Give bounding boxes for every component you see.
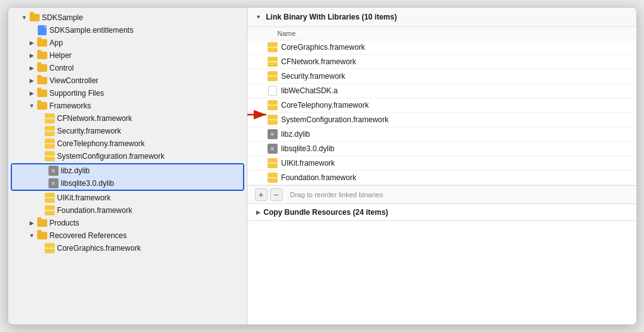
folder-icon — [37, 88, 47, 98]
dylib-icon: ≡ — [48, 166, 59, 176]
drag-hint: Drag to reorder linked binaries — [290, 191, 383, 198]
library-list: CoreGraphics.framework CFNetwork.framewo… — [247, 40, 636, 185]
sidebar-item-supporting-files[interactable]: Supporting Files — [8, 87, 247, 100]
framework-icon — [45, 126, 55, 136]
folder-icon — [37, 38, 47, 48]
xcode-window: SDKSample SDKSample.entitlements App Hel… — [8, 7, 637, 325]
library-name: libsqlite3.0.dylib — [281, 144, 335, 153]
sidebar-item-label: App — [50, 38, 63, 47]
link-binary-section: Link Binary With Libraries (10 items) Na… — [247, 8, 636, 204]
dylib-icon: ≡ — [268, 129, 278, 139]
chevron-icon — [255, 209, 263, 216]
sidebar-item-coregraphics-recovered[interactable]: CoreGraphics.framework — [8, 242, 247, 255]
library-row[interactable]: ≡ libsqlite3.0.dylib — [247, 142, 636, 156]
framework-icon — [45, 205, 55, 215]
library-name: CoreTelephony.framework — [281, 101, 369, 110]
library-name: Foundation.framework — [281, 173, 356, 182]
library-row[interactable]: Security.framework — [247, 69, 636, 84]
sidebar-item-recovered-refs[interactable]: Recovered References — [8, 229, 247, 242]
folder-icon — [37, 63, 47, 73]
sidebar-item-libz[interactable]: ≡ libz.dylib — [12, 164, 243, 177]
chevron-icon — [28, 89, 36, 97]
library-name: CoreGraphics.framework — [281, 43, 365, 52]
sidebar-item-frameworks[interactable]: Frameworks — [8, 100, 247, 112]
library-row[interactable]: CoreGraphics.framework — [247, 40, 636, 55]
section-title: Link Binary With Libraries (10 items) — [266, 13, 397, 21]
library-row[interactable]: CoreTelephony.framework — [247, 98, 636, 113]
library-row[interactable]: ≡ libz.dylib — [247, 127, 636, 142]
chevron-icon — [28, 52, 36, 59]
library-name: UIKit.framework — [281, 159, 335, 168]
folder-icon — [37, 76, 47, 86]
sidebar-item-entitlements[interactable]: SDKSample.entitlements — [8, 24, 247, 37]
sidebar-item-systemconfig[interactable]: SystemConfiguration.framework — [8, 150, 247, 163]
framework-icon — [268, 42, 278, 52]
chevron-icon — [28, 232, 36, 239]
sidebar-item-label: SystemConfiguration.framework — [57, 152, 165, 161]
dylib-icon: ≡ — [48, 178, 59, 188]
folder-icon — [37, 50, 47, 60]
sidebar-item-control[interactable]: Control — [8, 62, 247, 74]
framework-icon — [45, 139, 55, 149]
sidebar-item-coretelephony[interactable]: CoreTelephony.framework — [8, 137, 247, 150]
add-library-button[interactable]: + — [255, 188, 268, 201]
sidebar-item-helper[interactable]: Helper — [8, 49, 247, 62]
column-header: Name — [247, 27, 636, 40]
framework-icon — [45, 113, 55, 123]
sidebar-item-app[interactable]: App — [8, 37, 247, 49]
copy-bundle-section: Copy Bundle Resources (24 items) — [247, 204, 636, 221]
remove-library-button[interactable]: − — [270, 188, 283, 201]
folder-icon — [30, 13, 40, 23]
chevron-icon — [28, 77, 36, 84]
sidebar-item-label: Products — [50, 219, 79, 227]
framework-icon — [268, 100, 278, 110]
sidebar-item-viewcontroller[interactable]: ViewController — [8, 74, 247, 87]
folder-icon — [37, 218, 47, 228]
highlight-box: ≡ libz.dylib ≡ libsqlite3.0.dylib — [11, 163, 244, 191]
sidebar-item-label: SDKSample — [42, 13, 83, 22]
link-binary-header[interactable]: Link Binary With Libraries (10 items) — [247, 8, 636, 27]
library-name: SystemConfiguration.framework — [281, 115, 389, 124]
chevron-icon — [28, 64, 36, 72]
library-row[interactable]: CFNetwork.framework — [247, 55, 636, 69]
framework-icon — [268, 71, 278, 81]
main-panel: Link Binary With Libraries (10 items) Na… — [247, 8, 636, 324]
library-row[interactable]: UIKit.framework — [247, 156, 636, 171]
framework-icon — [45, 243, 55, 253]
copy-bundle-title: Copy Bundle Resources (24 items) — [264, 208, 388, 217]
sidebar-item-label: Recovered References — [50, 231, 127, 240]
framework-icon — [268, 115, 278, 125]
sidebar-item-label: CFNetwork.framework — [57, 114, 132, 123]
sidebar-item-products[interactable]: Products — [8, 217, 247, 229]
framework-icon — [268, 57, 278, 67]
sidebar-item-security[interactable]: Security.framework — [8, 125, 247, 137]
chevron-icon — [21, 14, 28, 21]
dylib-icon: ≡ — [268, 144, 278, 154]
library-name: libWeChatSDK.a — [281, 86, 338, 95]
sidebar-item-label: libsqlite3.0.dylib — [61, 179, 115, 188]
framework-icon — [268, 173, 278, 183]
framework-icon — [268, 158, 278, 168]
sidebar-item-sdksample[interactable]: SDKSample — [8, 11, 247, 24]
library-name: CFNetwork.framework — [281, 57, 356, 66]
bottom-bar: + − Drag to reorder linked binaries — [247, 185, 636, 203]
file-icon — [268, 86, 278, 96]
library-row[interactable]: libWeChatSDK.a — [247, 84, 636, 98]
project-navigator[interactable]: SDKSample SDKSample.entitlements App Hel… — [8, 8, 247, 324]
library-name: libz.dylib — [281, 130, 310, 139]
library-row[interactable]: Foundation.framework — [247, 171, 636, 185]
sidebar-item-label: Foundation.framework — [57, 206, 132, 215]
sidebar-item-label: Security.framework — [57, 127, 121, 135]
sidebar-item-uikit[interactable]: UIKit.framework — [8, 192, 247, 204]
chevron-icon — [28, 102, 36, 110]
sidebar-item-label: SDKSample.entitlements — [50, 26, 133, 35]
library-row[interactable]: SystemConfiguration.framework — [247, 113, 636, 127]
sidebar-item-libsqlite[interactable]: ≡ libsqlite3.0.dylib — [12, 177, 243, 190]
sidebar-item-label: CoreTelephony.framework — [57, 139, 145, 148]
sidebar-item-label: Control — [50, 64, 74, 72]
sidebar-item-foundation[interactable]: Foundation.framework — [8, 204, 247, 217]
chevron-icon — [255, 13, 263, 21]
sidebar-item-cfnetwork[interactable]: CFNetwork.framework — [8, 112, 247, 125]
sidebar-item-label: Helper — [50, 51, 72, 60]
copy-bundle-header[interactable]: Copy Bundle Resources (24 items) — [247, 204, 636, 220]
